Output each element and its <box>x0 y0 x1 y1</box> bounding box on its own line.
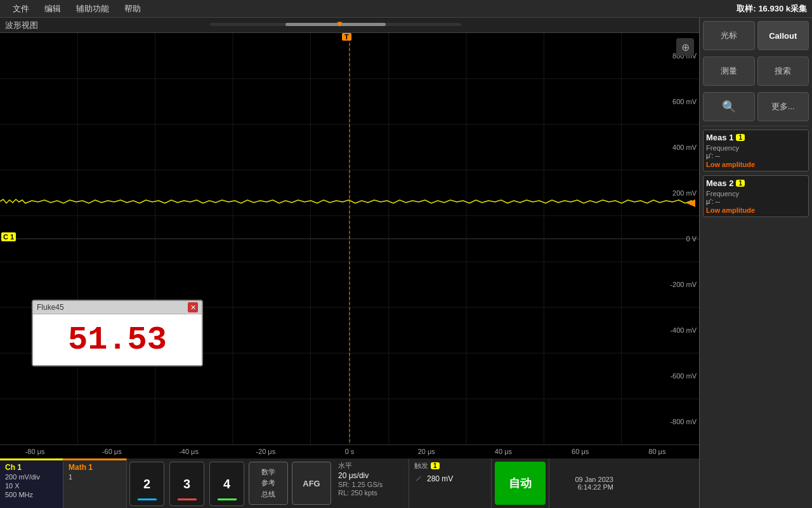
callout-button[interactable]: Callout <box>757 21 809 50</box>
fluke45-overlay: Fluke45 ✕ 51.53 <box>32 300 203 366</box>
y-label-neg200mv: -200 mV <box>670 281 697 288</box>
math-ref-bus-button[interactable]: 数学参考总线 <box>249 462 288 505</box>
c1-channel-label: C 1 <box>1 232 16 241</box>
more-button[interactable]: 更多... <box>757 92 809 121</box>
time-display: 6:14:22 PM <box>578 483 613 491</box>
measure-label: 测量 <box>721 65 737 77</box>
y-label-neg800mv: -800 mV <box>670 418 697 425</box>
y-label-neg400mv: -400 mV <box>670 326 697 334</box>
meas1-status: Low amplitude <box>706 161 806 168</box>
afg-button[interactable]: AFG <box>292 462 331 505</box>
trig-level: 280 mV <box>427 474 453 483</box>
ch1-probe: 10 X <box>5 482 58 490</box>
ch3-button[interactable]: 3 <box>169 462 204 506</box>
x-label-neg80: -80 μs <box>25 448 45 455</box>
meas1-panel: Meas 1 1 Frequency μ': -- Low amplitude <box>703 130 809 171</box>
math1-block: Math 1 1 <box>63 458 127 508</box>
trigger-block: 触发 1 ⟋ 280 mV <box>409 458 492 508</box>
zoom-panel-button[interactable]: 🔍 <box>703 92 755 121</box>
right-btn-row2: 测量 搜索 <box>700 53 812 89</box>
meas1-row1: Frequency μ': -- <box>706 144 806 159</box>
y-axis-labels: 800 mV 600 mV 400 mV 200 mV 0 V -200 mV … <box>670 33 697 444</box>
meas1-header: Meas 1 1 <box>706 133 806 142</box>
ch1-name: Ch 1 <box>5 463 58 472</box>
fluke-title: Fluke45 <box>37 303 64 312</box>
ch1-block: Ch 1 200 mV/div 10 X 500 MHz <box>0 458 63 508</box>
ch1-div: 200 mV/div <box>5 473 58 481</box>
waveform-title: 波形视图 <box>5 20 38 31</box>
ch4-button[interactable]: 4 <box>209 462 244 506</box>
meas2-header: Meas 2 1 <box>706 178 806 188</box>
fluke-close-button[interactable]: ✕ <box>188 302 198 312</box>
trig-title-text: 触发 <box>414 461 428 471</box>
ch1-bw: 500 MHz <box>5 491 58 498</box>
fluke-titlebar: Fluke45 ✕ <box>33 301 202 314</box>
right-panel: 光标 Callout 测量 搜索 🔍 更多... <box>699 18 812 508</box>
meas1-param1: Frequency <box>706 144 806 152</box>
date-display: 09 Jan 2023 <box>575 476 613 483</box>
y-label-200mv: 200 mV <box>670 189 697 197</box>
ch2-button[interactable]: 2 <box>129 462 164 506</box>
menu-file[interactable]: 文件 <box>5 3 37 15</box>
search-button[interactable]: 搜索 <box>757 57 809 86</box>
right-btn-row1: 光标 Callout <box>700 18 812 53</box>
x-label-80: 80 μs <box>648 448 665 455</box>
meas1-value1: μ': -- <box>706 152 806 159</box>
cursor-label: 光标 <box>721 30 737 41</box>
trigger-top-marker: ▼ <box>336 19 344 29</box>
x-label-60: 60 μs <box>572 448 589 455</box>
trig-title-row: 触发 1 <box>414 461 486 471</box>
grid-svg <box>0 33 699 444</box>
x-label-neg20: -20 μs <box>256 448 275 455</box>
right-btn-row3: 🔍 更多... <box>700 89 812 124</box>
horiz-div-val: 20 μs/div <box>338 471 403 480</box>
panel-divider <box>703 126 809 126</box>
y-label-0v: 0 V <box>670 235 697 243</box>
meas1-title: Meas 1 <box>706 133 733 142</box>
status-text: 取样: 16.930 k采集 <box>737 3 807 15</box>
x-label-neg40: -40 μs <box>179 448 199 455</box>
trig-badge: 1 <box>431 462 440 469</box>
menu-assist[interactable]: 辅助功能 <box>69 3 117 15</box>
bottom-bar: Ch 1 200 mV/div 10 X 500 MHz Math 1 1 2 … <box>0 457 699 508</box>
meas2-value1: μ': -- <box>706 197 806 205</box>
math1-val: 1 <box>69 473 121 481</box>
x-axis: -80 μs -60 μs -40 μs -20 μs 0 s 20 μs 40… <box>0 444 699 457</box>
auto-button[interactable]: 自动 <box>495 462 546 505</box>
cursor-button[interactable]: 光标 <box>703 21 755 50</box>
meas2-badge: 1 <box>736 180 745 187</box>
menu-bar: 文件 编辑 辅助功能 帮助 取样: 16.930 k采集 <box>0 0 812 18</box>
waveform-header: 波形视图 ▼ <box>0 18 699 33</box>
x-label-0: 0 s <box>345 448 355 455</box>
datetime-block: 09 Jan 2023 6:14:22 PM <box>549 458 619 508</box>
meas2-title: Meas 2 <box>706 178 733 188</box>
meas1-badge: 1 <box>736 134 745 141</box>
menu-help[interactable]: 帮助 <box>117 3 148 15</box>
horiz-title: 水平 <box>338 461 403 471</box>
meas2-status: Low amplitude <box>706 206 806 214</box>
trig-val-row: ⟋ 280 mV <box>414 473 486 483</box>
svg-marker-21 <box>686 199 695 207</box>
measure-button[interactable]: 测量 <box>703 57 755 86</box>
math1-name: Math 1 <box>69 463 121 472</box>
trig-edge-icon: ⟋ <box>414 473 423 483</box>
waveform-canvas[interactable]: T 800 mV 600 mV 400 mV 200 mV 0 V -200 m… <box>0 33 699 444</box>
horiz-rl: RL: 250 kpts <box>338 489 403 497</box>
search-label: 搜索 <box>775 65 791 77</box>
x-label-neg60: -60 μs <box>102 448 122 455</box>
meas2-row1: Frequency μ': -- <box>706 190 806 205</box>
waveform-area: 波形视图 ▼ <box>0 18 699 508</box>
meas2-param1: Frequency <box>706 190 806 197</box>
meas2-panel: Meas 2 1 Frequency μ': -- Low amplitude <box>703 175 809 217</box>
y-label-600mv: 600 mV <box>670 98 697 105</box>
fluke-display: 51.53 <box>33 314 202 365</box>
callout-label: Callout <box>769 31 797 41</box>
trigger-t-marker: T <box>342 33 351 41</box>
fluke-value: 51.53 <box>68 321 167 359</box>
more-label: 更多... <box>771 101 795 112</box>
zoom-icon[interactable]: ⊕ <box>676 38 694 56</box>
x-label-20: 20 μs <box>418 448 435 455</box>
y-label-400mv: 400 mV <box>670 144 697 151</box>
menu-edit[interactable]: 编辑 <box>37 3 69 15</box>
auto-label: 自动 <box>509 476 532 491</box>
